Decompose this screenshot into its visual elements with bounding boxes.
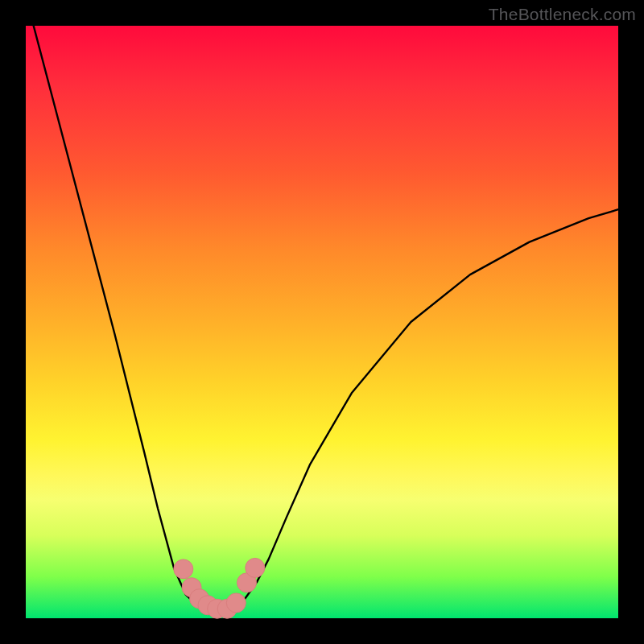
data-marker	[226, 593, 246, 613]
chart-svg	[0, 0, 644, 644]
bottleneck-curve	[26, 0, 618, 610]
data-marker	[246, 558, 265, 577]
data-marker	[174, 559, 193, 579]
chart-frame: TheBottleneck.com	[0, 0, 644, 644]
